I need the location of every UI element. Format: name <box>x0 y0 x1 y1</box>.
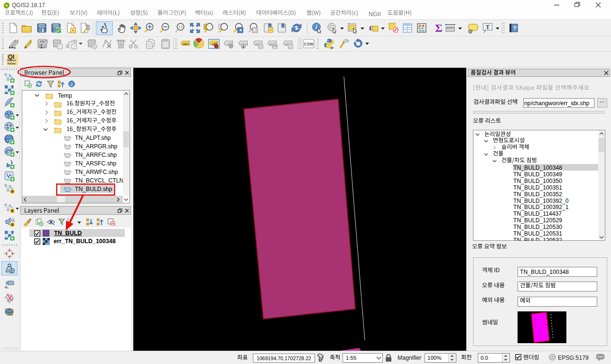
svg-text:ε: ε <box>71 221 73 226</box>
svg-text:Σ: Σ <box>435 22 443 34</box>
svg-text:abc: abc <box>241 42 247 46</box>
svg-text:?: ? <box>513 25 517 32</box>
svg-text:T: T <box>486 23 490 30</box>
svg-text:ε: ε <box>369 22 373 32</box>
svg-text:C: C <box>10 270 13 273</box>
svg-text:1:1: 1:1 <box>178 25 183 28</box>
svg-text:abc: abc <box>183 42 189 46</box>
svg-text:CSW: CSW <box>304 42 314 46</box>
